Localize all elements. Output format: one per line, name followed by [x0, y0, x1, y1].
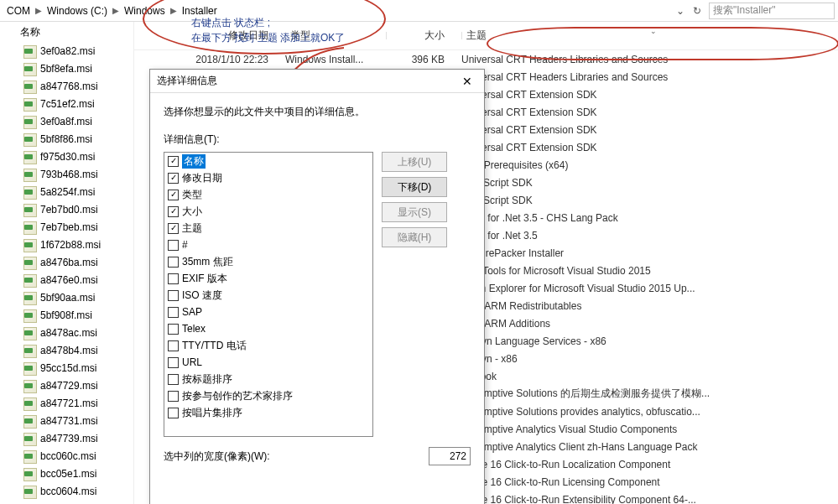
crumb[interactable]: Windows — [121, 5, 169, 17]
file-name: 1f672b88.msi — [40, 239, 101, 251]
list-row[interactable]: 2018/1/10 22:23Windows Install...396 KBU… — [134, 50, 838, 68]
details-list-item[interactable]: Telex — [164, 320, 372, 337]
details-list-item[interactable]: SAP — [164, 304, 372, 320]
tree-item[interactable]: a847739.msi — [0, 429, 133, 447]
checkbox[interactable] — [168, 290, 179, 301]
cell-subject: Universal CRT Headers Libraries and Sour… — [461, 71, 838, 83]
dropdown-icon[interactable]: ⌄ — [672, 3, 689, 19]
tree-item[interactable]: 5a8254f.msi — [0, 183, 133, 200]
checkbox[interactable] — [168, 324, 179, 335]
crumb[interactable]: Installer — [179, 5, 221, 17]
tree-item[interactable]: a8478ac.msi — [0, 324, 133, 341]
cell-subject: Universal CRT Extension SDK — [461, 89, 838, 101]
close-button[interactable]: ✕ — [457, 71, 477, 91]
checkbox[interactable] — [168, 273, 179, 284]
tree-item[interactable]: 95cc15d.msi — [0, 359, 133, 377]
tree-item[interactable]: bcc05e1.msi — [0, 465, 133, 482]
tree-item[interactable]: a847729.msi — [0, 377, 133, 394]
column-header-size[interactable]: 大小 — [386, 29, 461, 43]
tree-item[interactable]: 3ef0a8f.msi — [0, 112, 133, 130]
msi-file-icon — [23, 292, 35, 304]
tree-item[interactable]: 7c51ef2.msi — [0, 95, 133, 112]
details-list-item[interactable]: ISO 速度 — [164, 287, 372, 304]
msi-file-icon — [23, 450, 35, 462]
details-list-item[interactable]: 大小 — [164, 203, 372, 220]
width-input[interactable] — [429, 447, 471, 465]
item-label: # — [182, 239, 188, 251]
checkbox[interactable] — [168, 156, 179, 167]
details-list-item[interactable]: EXIF 版本 — [164, 270, 372, 287]
checkbox[interactable] — [168, 307, 179, 318]
refresh-icon[interactable]: ↻ — [689, 3, 705, 19]
tree-item[interactable]: a8476ba.msi — [0, 253, 133, 271]
tree-item[interactable]: 7eb7beb.msi — [0, 218, 133, 236]
details-list-item[interactable]: # — [164, 236, 372, 253]
tree-item[interactable]: f975d30.msi — [0, 148, 133, 165]
move-down-button[interactable]: 下移(D) — [382, 177, 447, 197]
tree-item[interactable]: a847731.msi — [0, 412, 133, 429]
tree-item[interactable]: bcc0604.msi — [0, 482, 133, 500]
file-name: 7c51ef2.msi — [40, 98, 95, 110]
search-input[interactable]: 搜索"Installer" — [709, 3, 835, 19]
item-label: 类型 — [182, 188, 202, 202]
item-label: URL — [182, 356, 202, 368]
tree-item[interactable]: a847721.msi — [0, 394, 133, 412]
column-header-name[interactable]: 名称 — [0, 22, 133, 42]
crumb[interactable]: Windows (C:) — [44, 5, 111, 17]
msi-file-icon — [23, 274, 35, 286]
tree-item[interactable]: a8476e0.msi — [0, 271, 133, 288]
file-name: a847739.msi — [40, 433, 98, 444]
checkbox[interactable] — [168, 190, 179, 200]
item-label: TTY/TTD 电话 — [182, 339, 247, 353]
tree-item[interactable]: 7eb7bd0.msi — [0, 200, 133, 218]
details-list-item[interactable]: TTY/TTD 电话 — [164, 337, 372, 354]
file-name: 5bf908f.msi — [40, 309, 92, 321]
column-header-date[interactable]: 修改日期 — [134, 29, 285, 43]
checkbox[interactable] — [168, 240, 179, 251]
column-header-type[interactable]: 类型 — [285, 29, 386, 43]
details-list-item[interactable]: 类型 — [164, 186, 372, 203]
item-label: 按参与创作的艺术家排序 — [182, 389, 293, 403]
details-list-item[interactable]: 按参与创作的艺术家排序 — [164, 387, 372, 404]
cell-subject: Office 16 Click-to-Run Localization Comp… — [461, 459, 838, 470]
tree-item[interactable]: 5bf8efa.msi — [0, 60, 133, 77]
cell-subject: Test Tools for Microsoft Visual Studio 2… — [461, 265, 838, 277]
details-list[interactable]: 名称修改日期类型大小主题#35mm 焦距EXIF 版本ISO 速度SAPTele… — [164, 152, 373, 437]
details-list-item[interactable]: 按唱片集排序 — [164, 404, 372, 421]
file-name: a847768.msi — [40, 81, 98, 92]
tree-item[interactable]: a847768.msi — [0, 77, 133, 95]
tree-item[interactable]: 5bf908f.msi — [0, 306, 133, 324]
tree-item[interactable]: bcc060c.msi — [0, 447, 133, 465]
checkbox[interactable] — [168, 357, 179, 368]
tree-item[interactable]: 5bf8f86.msi — [0, 130, 133, 148]
show-button[interactable]: 显示(S) — [382, 202, 447, 222]
file-name: bcc060c.msi — [40, 450, 96, 462]
checkbox[interactable] — [168, 257, 179, 268]
checkbox[interactable] — [168, 391, 179, 402]
details-list-item[interactable]: 名称 — [164, 153, 372, 169]
cell-subject: TypeScript SDK — [461, 177, 838, 189]
checkbox[interactable] — [168, 340, 179, 351]
details-list-item[interactable]: URL — [164, 354, 372, 371]
checkbox[interactable] — [168, 223, 179, 234]
checkbox[interactable] — [168, 408, 179, 418]
column-header-subject[interactable]: 主题⌄ — [461, 29, 838, 43]
hide-button[interactable]: 隐藏(H) — [382, 227, 447, 247]
details-list-item[interactable]: 按标题排序 — [164, 371, 372, 387]
crumb[interactable]: COM — [3, 5, 34, 17]
details-list-item[interactable]: 修改日期 — [164, 169, 372, 186]
details-list-item[interactable]: 主题 — [164, 220, 372, 236]
tree-item[interactable]: 793b468.msi — [0, 165, 133, 183]
cell-subject: PreEmptive Solutions 的后期生成检测服务提供了模糊... — [461, 387, 838, 401]
checkbox[interactable] — [168, 206, 179, 217]
move-up-button[interactable]: 上移(U) — [382, 152, 447, 172]
msi-file-icon — [23, 221, 35, 233]
item-label: 35mm 焦距 — [182, 255, 233, 269]
checkbox[interactable] — [168, 374, 179, 385]
tree-item[interactable]: 1f672b88.msi — [0, 236, 133, 253]
details-list-item[interactable]: 35mm 焦距 — [164, 253, 372, 270]
tree-item[interactable]: 3ef0a82.msi — [0, 42, 133, 60]
checkbox[interactable] — [168, 173, 179, 184]
tree-item[interactable]: 5bf90aa.msi — [0, 288, 133, 306]
tree-item[interactable]: a8478b4.msi — [0, 341, 133, 359]
